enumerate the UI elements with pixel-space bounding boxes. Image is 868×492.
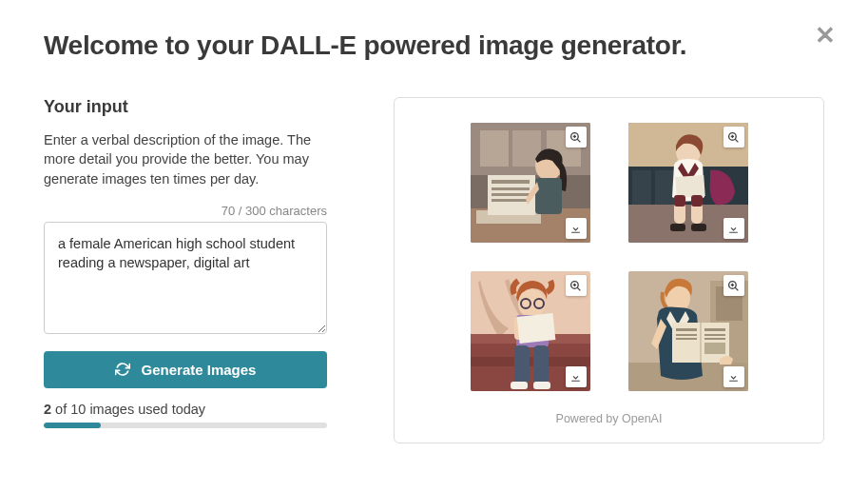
zoom-button[interactable] [723,127,744,148]
svg-rect-47 [514,345,530,384]
zoom-button[interactable] [566,275,587,296]
usage-text: 2 of 10 images used today [44,402,327,417]
svg-line-33 [735,139,738,142]
svg-rect-66 [704,334,725,336]
result-card [471,123,590,243]
close-icon[interactable]: ✕ [815,23,836,48]
svg-rect-39 [471,357,590,366]
zoom-in-icon [727,280,740,292]
usage-total: of 10 images used today [51,402,205,417]
input-section-title: Your input [44,97,327,117]
svg-rect-29 [691,195,703,207]
download-icon [569,223,582,235]
download-icon [727,371,740,384]
generate-button-label: Generate Images [142,362,257,378]
svg-rect-63 [676,334,697,336]
refresh-icon [115,362,130,377]
prompt-input[interactable] [44,222,327,334]
character-counter: 70 / 300 characters [44,204,327,218]
svg-line-70 [735,287,738,290]
svg-rect-2 [480,130,509,167]
svg-rect-46 [516,313,555,344]
svg-line-15 [577,139,580,142]
usage-progress-fill [44,423,101,428]
result-card [628,271,748,391]
svg-rect-65 [704,328,725,331]
zoom-in-icon [727,131,740,144]
zoom-in-icon [569,131,582,144]
svg-rect-10 [492,193,530,196]
svg-rect-21 [632,170,651,205]
download-button[interactable] [566,218,587,239]
input-panel: Your input Enter a verbal description of… [44,97,327,443]
svg-rect-64 [676,338,697,340]
svg-rect-25 [675,175,704,198]
generate-button[interactable]: Generate Images [44,351,327,388]
svg-rect-8 [492,180,530,184]
zoom-button[interactable] [566,127,587,148]
svg-line-52 [577,287,580,290]
download-button[interactable] [566,366,587,387]
input-description: Enter a verbal description of the image.… [44,130,327,188]
svg-rect-22 [655,170,674,205]
svg-rect-49 [511,382,528,389]
zoom-in-icon [569,280,582,292]
svg-rect-30 [670,224,685,231]
svg-rect-68 [704,343,725,354]
svg-rect-28 [674,195,685,207]
powered-by-text: Powered by OpenAI [436,412,781,425]
svg-rect-31 [691,224,706,231]
results-panel: Powered by OpenAI [394,97,824,443]
svg-rect-62 [676,328,697,331]
zoom-button[interactable] [723,275,744,296]
svg-rect-48 [533,345,549,384]
download-icon [569,371,582,384]
svg-rect-9 [492,187,530,190]
svg-rect-11 [492,199,530,202]
results-grid [436,123,781,391]
svg-rect-67 [704,338,725,340]
result-card [628,123,748,243]
usage-progress-bar [44,423,327,428]
svg-rect-50 [533,382,550,389]
usage-count: 2 [44,402,51,417]
page-title: Welcome to your DALL-E powered image gen… [44,30,824,61]
download-button[interactable] [723,218,744,239]
download-button[interactable] [723,366,744,387]
download-icon [727,223,740,235]
result-card [471,271,590,391]
svg-rect-13 [535,178,562,214]
